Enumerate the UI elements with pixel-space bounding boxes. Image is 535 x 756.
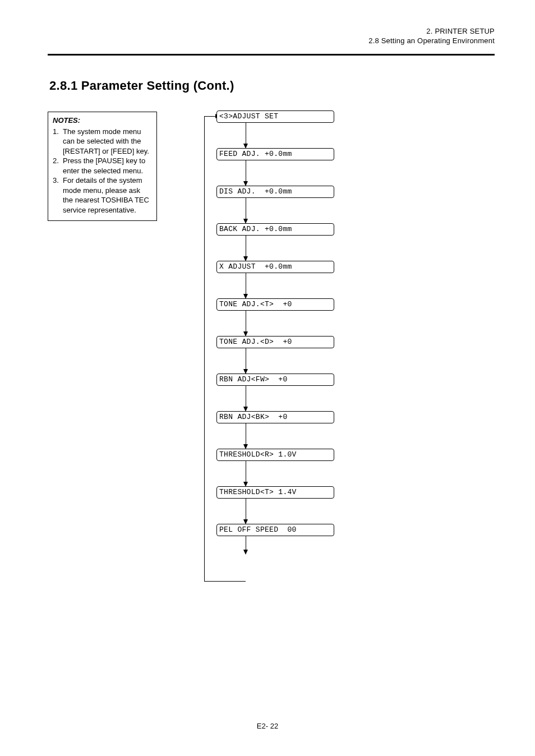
flow-step: DIS ADJ. +0.0mm xyxy=(216,186,334,198)
flow-connector xyxy=(212,461,335,486)
note-number: 2. xyxy=(53,156,63,176)
flow-connector xyxy=(212,273,335,298)
flow-connector xyxy=(212,198,335,223)
arrow-down-icon xyxy=(243,550,248,555)
note-item: 1. The system mode menu can be selected … xyxy=(53,127,152,156)
flow-step: FEED ADJ. +0.0mm xyxy=(216,148,334,160)
flow-connector xyxy=(212,311,335,336)
header-chapter: 2. PRINTER SETUP xyxy=(48,27,495,35)
note-item: 2. Press the [PAUSE] key to enter the se… xyxy=(53,156,152,176)
flow-step: X ADJUST +0.0mm xyxy=(216,261,334,273)
flow-connector xyxy=(212,536,335,554)
flow-connector xyxy=(212,236,335,261)
note-number: 3. xyxy=(53,176,63,215)
note-item: 3. For details of the system mode menu, … xyxy=(53,176,152,215)
page-header: 2. PRINTER SETUP 2.8 Setting an Operatin… xyxy=(48,27,495,45)
flow-connector xyxy=(212,160,335,186)
flow-connector xyxy=(212,499,335,524)
flow-return-line xyxy=(204,116,205,582)
section-title: 2.8.1 Parameter Setting (Cont.) xyxy=(49,79,234,93)
flowchart: <3>ADJUST SET FEED ADJ. +0.0mm DIS ADJ. … xyxy=(212,110,335,554)
flow-step: TONE ADJ.<D> +0 xyxy=(216,336,334,348)
flow-step: THRESHOLD<R> 1.0V xyxy=(216,449,334,461)
notes-title: NOTES: xyxy=(53,116,152,126)
flow-connector xyxy=(212,386,335,411)
flow-step: THRESHOLD<T> 1.4V xyxy=(216,486,334,499)
header-section: 2.8 Setting an Operating Environment xyxy=(48,36,495,45)
notes-box: NOTES: 1. The system mode menu can be se… xyxy=(48,112,157,221)
flow-step: BACK ADJ. +0.0mm xyxy=(216,223,334,236)
flow-step: PEL OFF SPEED 00 xyxy=(216,524,334,536)
flow-return-bottom xyxy=(204,581,246,582)
note-number: 1. xyxy=(53,127,63,156)
flow-connector xyxy=(212,423,335,449)
flow-step: TONE ADJ.<T> +0 xyxy=(216,298,334,311)
note-text: Press the [PAUSE] key to enter the selec… xyxy=(63,156,152,176)
flow-step: <3>ADJUST SET xyxy=(216,110,334,123)
flow-step: RBN ADJ<BK> +0 xyxy=(216,411,334,423)
header-rule xyxy=(48,54,495,56)
flow-connector xyxy=(212,123,335,148)
flow-connector xyxy=(212,348,335,374)
flow-return-top xyxy=(204,116,216,117)
note-text: For details of the system mode menu, ple… xyxy=(63,176,152,215)
note-text: The system mode menu can be selected wit… xyxy=(63,127,152,156)
page-number: E2- 22 xyxy=(0,722,535,730)
flow-step: RBN ADJ<FW> +0 xyxy=(216,374,334,386)
